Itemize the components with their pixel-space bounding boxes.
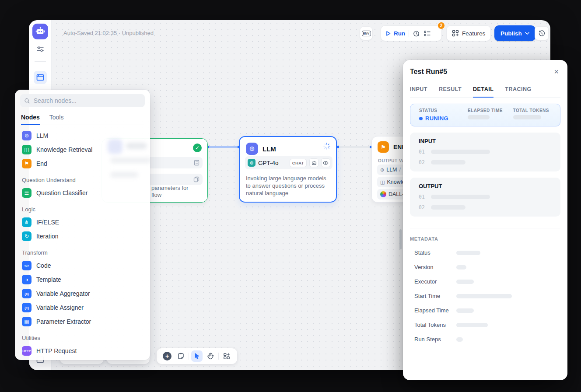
node-item-llm[interactable]: ⊕LLM <box>20 129 145 143</box>
llm-node-description: Invoking large language models to answer… <box>246 175 332 197</box>
llm-node[interactable]: ⊕ LLM ⊛ <box>239 136 337 203</box>
organize-nodes-button[interactable] <box>221 350 232 362</box>
skeleton <box>456 280 474 284</box>
node-item-end[interactable]: ⚑End <box>20 157 145 171</box>
checklist-icon <box>424 30 431 37</box>
divider <box>218 353 219 360</box>
meta-start-time-label: Start Time <box>410 293 456 299</box>
template-icon: ◑ <box>22 275 32 284</box>
skeleton <box>456 294 512 298</box>
iteration-icon: ↻ <box>22 231 32 241</box>
node-search-panel: Nodes Tools ⊕LLM ◫Knowledge Retrieval ⚑E… <box>15 90 150 360</box>
features-icon <box>452 30 459 37</box>
eye-icon <box>323 161 329 165</box>
document-icon <box>194 160 200 166</box>
edge-start-llm <box>208 147 239 147</box>
line-number: 02 <box>419 159 425 165</box>
tab-detail[interactable]: DETAIL <box>473 84 494 98</box>
node-item-variable-assigner[interactable]: {=}Variable Assigner <box>20 301 145 315</box>
if-else-icon: ⋔ <box>22 217 32 227</box>
tab-input[interactable]: INPUT <box>410 84 427 97</box>
status-dot <box>419 117 423 120</box>
node-item-question-classifier[interactable]: ☰Question Classifier <box>20 186 145 200</box>
node-item-code[interactable]: </>Code <box>20 259 145 273</box>
output-card: OUTPUT 01 02 <box>410 178 560 217</box>
tab-result[interactable]: RESULT <box>439 84 462 97</box>
skeleton <box>456 337 463 342</box>
pointer-mode-button[interactable] <box>191 350 203 362</box>
tab-tracing[interactable]: TRACING <box>505 84 531 97</box>
add-note-button[interactable] <box>175 350 186 362</box>
search-input[interactable] <box>34 97 141 104</box>
llm-icon: ⊕ <box>22 131 32 140</box>
variable-aggregator-icon: {x} <box>22 289 32 298</box>
app-logo[interactable] <box>32 24 48 39</box>
autosave-status: Auto-Saved 21:02:35 · Unpublished <box>63 30 154 36</box>
publish-button[interactable]: Publish <box>494 25 536 41</box>
edge-llm-end <box>338 147 371 147</box>
knowledge-icon: ◫ <box>22 145 32 154</box>
run-button[interactable]: Run <box>385 30 405 37</box>
node-item-knowledge-retrieval[interactable]: ◫Knowledge Retrieval <box>20 143 145 157</box>
meta-run-steps-label: Run Steps <box>410 336 456 343</box>
preview-panel-button[interactable] <box>34 71 47 84</box>
tab-nodes[interactable]: Nodes <box>21 111 40 125</box>
skeleton <box>431 195 490 199</box>
node-item-iteration[interactable]: ↻Iteration <box>20 229 145 243</box>
skeleton <box>431 150 490 154</box>
add-node-button[interactable]: + <box>161 350 173 362</box>
section-question-understand: Question Understand <box>20 171 145 186</box>
stopwatch-icon <box>413 30 420 37</box>
node-item-parameter-extractor[interactable]: ▦Parameter Extractor <box>20 315 145 329</box>
hand-mode-button[interactable] <box>205 350 216 362</box>
run-label: Run <box>394 30 405 37</box>
skeleton <box>456 323 488 327</box>
skeleton <box>431 205 466 210</box>
run-history-button[interactable] <box>413 30 420 37</box>
meta-elapsed-time-label: Elapsed Time <box>410 307 456 314</box>
chat-mode-badge: CHAT <box>290 159 307 167</box>
node-item-if-else[interactable]: ⋔IF/ELSE <box>20 215 145 229</box>
meta-executor-label: Executor <box>410 278 456 285</box>
node-list: ⊕LLM ◫Knowledge Retrieval ⚑End Question … <box>20 125 145 360</box>
line-number: 01 <box>419 194 425 200</box>
vision-robot-badge <box>309 158 318 167</box>
canvas-toolbar: + <box>157 348 237 364</box>
checklist-button[interactable] <box>424 30 431 37</box>
cursor-icon <box>194 353 200 360</box>
input-card-title: INPUT <box>419 138 552 144</box>
metadata-title: METADATA <box>410 228 560 242</box>
features-button[interactable]: Features <box>446 25 491 41</box>
workflow-settings-button[interactable] <box>29 46 52 52</box>
divider <box>189 353 189 360</box>
skeleton <box>513 115 541 119</box>
llm-node-icon: ⊕ <box>246 143 258 155</box>
section-logic: Logic <box>20 200 145 215</box>
canvas-scrollbar[interactable] <box>399 229 402 249</box>
model-selector[interactable]: ⊛ GPT-4o CHAT <box>245 156 332 169</box>
knowledge-var-icon: ◫ <box>380 179 385 185</box>
skeleton <box>456 308 474 313</box>
hand-icon <box>207 353 214 360</box>
play-icon <box>385 31 391 36</box>
node-item-template[interactable]: ◑Template <box>20 273 145 287</box>
input-card: INPUT 01 02 <box>410 133 560 172</box>
version-history-button[interactable] <box>535 26 549 40</box>
tab-tools[interactable]: Tools <box>49 111 64 125</box>
node-item-http-request[interactable]: HTTPHTTP Request <box>20 344 145 358</box>
close-icon[interactable]: × <box>552 67 560 77</box>
node-item-variable-aggregator[interactable]: {x}Variable Aggregator <box>20 287 145 301</box>
notification-badge: 2 <box>438 22 445 29</box>
node-item-list-operator[interactable]: ∇List Operator <box>20 358 145 360</box>
vision-eye-badge <box>321 158 330 167</box>
section-transform: Transform <box>20 243 145 259</box>
features-label: Features <box>462 30 485 37</box>
sliders-icon <box>36 46 44 52</box>
env-button[interactable]: ENV <box>360 26 373 40</box>
llm-var-icon: ⊕ <box>380 167 384 173</box>
section-utilities: Utilities <box>20 329 145 344</box>
model-name: GPT-4o <box>258 160 287 166</box>
status-card: STATUS RUNING ELAPSED TIME TOTAL TOKENS <box>410 104 560 126</box>
test-run-panel: Test Run#5 × INPUT RESULT DETAIL TRACING… <box>403 60 567 380</box>
variable-assigner-icon: {=} <box>22 303 32 312</box>
